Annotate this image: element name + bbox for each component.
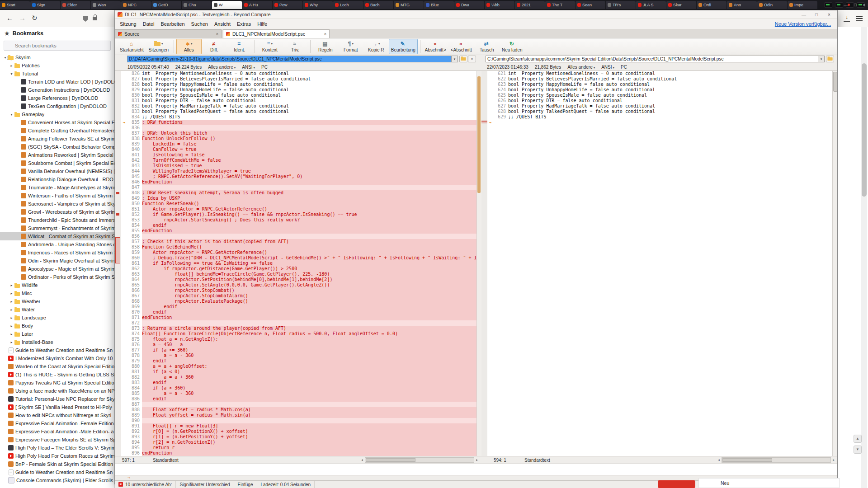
code-line[interactable]: 850 Function ResetSneak() xyxy=(121,201,476,206)
toolbar-button[interactable]: ▾ Sitzungen xyxy=(146,39,171,54)
tab-close-icon[interactable]: × xyxy=(216,32,218,36)
bookmarks-search-input[interactable] xyxy=(4,41,111,51)
bookmark-item[interactable]: ▸ Water xyxy=(0,305,114,314)
menu-icon[interactable] xyxy=(856,16,863,17)
code-line[interactable]: 885 a = a - 360 xyxy=(121,391,476,396)
code-text[interactable]: bool Property HappyHomeLife = false auto… xyxy=(508,82,832,87)
toolbar-button[interactable] xyxy=(310,40,311,53)
code-line[interactable]: 849 ; Idea by USKP xyxy=(121,196,476,201)
code-line[interactable]: 869 endif xyxy=(121,304,476,310)
code-line[interactable]: 626 bool Property DTR = false auto condi… xyxy=(487,98,832,103)
code-line[interactable]: 836 xyxy=(121,125,476,131)
code-text[interactable]: bool Property UnhappyHomeLife = false au… xyxy=(508,87,832,93)
code-text[interactable]: endif xyxy=(142,223,476,228)
browser-minimize-button[interactable]: — xyxy=(844,0,848,10)
code-text[interactable]: EndFunction xyxy=(142,179,476,185)
code-line[interactable]: 837 ; DRW: Unlock this bitch xyxy=(121,131,476,136)
code-line[interactable]: 884 if (a > 360) xyxy=(121,385,476,391)
code-text[interactable]: rnpcActor.StartSneaking() ; Does this re… xyxy=(142,217,476,223)
code-line[interactable]: 628 bool Property TalkedPostQuest = fals… xyxy=(487,109,832,114)
code-line[interactable]: 840 CanFollow = true xyxy=(121,147,476,152)
toolbar-button[interactable]: ∗ ▾ Alles xyxy=(176,39,202,54)
code-text[interactable]: ;; /QUEST BITS xyxy=(508,114,832,120)
code-text[interactable]: a = a - 360 xyxy=(142,353,476,358)
code-line[interactable]: 882 a = a + 360 xyxy=(121,375,476,380)
code-line[interactable]: 876 a = 450 - a xyxy=(121,342,476,347)
code-line[interactable]: 847 xyxy=(121,185,476,190)
scroll-right-icon[interactable]: ▸ xyxy=(474,458,480,462)
right-vertical-scrollbar[interactable] xyxy=(832,71,837,456)
code-line[interactable]: 842 TurnOffComeWithMe = false xyxy=(121,158,476,163)
toolbar-button[interactable]: ⌂ Startansicht xyxy=(118,39,146,54)
scrollbar-thumb[interactable] xyxy=(833,72,837,92)
toolbar-button[interactable]: ↻ Neu laden xyxy=(500,39,525,54)
browser-tab[interactable]: A Hu xyxy=(242,1,272,9)
left-encoding-select[interactable]: ANSI xyxy=(242,65,255,70)
browser-tab[interactable]: Impe xyxy=(788,1,817,9)
bookmark-item[interactable]: Convenient Horses at Skyrim Special Edit xyxy=(0,118,114,127)
code-text[interactable]: Actor rnpcActor = RNPC.GetActorReference… xyxy=(142,250,476,255)
code-text[interactable]: a = a + 360 xyxy=(142,375,476,380)
right-path-dropdown-icon[interactable]: ▾ xyxy=(818,56,825,62)
browser-tab[interactable]: NPC xyxy=(121,1,151,9)
bookmark-item[interactable]: Expressive Facial Animation -Male Editio… xyxy=(0,427,114,436)
code-line[interactable]: 830 bool Property SpouseIsMale = false a… xyxy=(121,93,476,98)
browser-tab[interactable]: Dwa xyxy=(454,1,484,9)
bookmark-item[interactable]: ▾ Skyrim xyxy=(0,53,114,61)
code-text[interactable]: float a = n.GetAngleZ(); xyxy=(142,337,476,342)
code-line[interactable]: 896 endFunction xyxy=(121,450,476,456)
code-text[interactable]: rnpcActor.SetPosition(behindMe[0],behind… xyxy=(142,277,476,282)
scroll-right-icon[interactable]: ▸ xyxy=(831,458,836,462)
code-text[interactable]: Function GetBehindMe() xyxy=(142,244,476,250)
code-line[interactable]: 826 int Property MentionedLoneliness = 0… xyxy=(121,71,476,76)
bookmark-item[interactable]: Wintersun - Faiths of Skyrim at Skyrim S… xyxy=(0,192,114,200)
code-line[interactable]: 873 ; Returns a circle around the player… xyxy=(121,326,476,331)
code-line[interactable]: 846 EndFunction xyxy=(121,179,476,185)
browser-tab[interactable]: TR's xyxy=(606,1,636,9)
bookmark-item[interactable]: ▾ Tutorial xyxy=(0,70,114,78)
tab-close-icon[interactable]: × xyxy=(324,32,326,36)
code-text[interactable]: if (a >= 360) xyxy=(142,347,476,353)
code-text[interactable]: ; Debug.Trace("DRW - DLC1_NPCMentalModel… xyxy=(142,255,476,261)
code-line[interactable]: 862 if rnpcActor.getDistance(Game.GetPla… xyxy=(121,266,476,272)
bookmark-item[interactable]: (1) This is HUGE - Skyrim is Getting DLS… xyxy=(0,371,114,379)
bookmark-item[interactable]: Tutorial: Personal-Use NPC Replacer for … xyxy=(0,395,114,403)
browser-tab[interactable]: Loch xyxy=(333,1,363,9)
bookmark-item[interactable]: Relationship Dialogue Overhaul - RDO SE xyxy=(0,175,114,183)
toolbar-button[interactable] xyxy=(174,40,174,53)
toolbar-button[interactable]: ≡ ▾ Kontext xyxy=(257,39,283,54)
session-tab[interactable]: Source × xyxy=(115,29,222,38)
bookmark-item[interactable]: Guide to Weather Creation and Realtime S… xyxy=(0,346,114,354)
code-text[interactable]: a = 450 - a xyxy=(142,342,476,347)
code-line[interactable]: 629 ;; /QUEST BITS xyxy=(487,114,832,120)
bookmark-item[interactable]: ▾ Gameplay xyxy=(0,110,114,118)
code-line[interactable]: 853 rnpcActor.StartSneaking() ; Does thi… xyxy=(121,217,476,223)
expand-arrow-icon[interactable]: ▸ xyxy=(9,300,14,304)
expand-arrow-icon[interactable]: ▸ xyxy=(9,332,14,336)
toolbar-button[interactable]: ≠ Diff. xyxy=(202,39,227,54)
bc-maximize-button[interactable]: □ xyxy=(810,11,823,19)
update-available-link[interactable]: Neue Version verfügbar... xyxy=(775,19,831,29)
toolbar-button[interactable]: → ▾ Kopie R xyxy=(363,39,389,54)
bookmark-item[interactable]: ▸ Body xyxy=(0,322,114,330)
browser-tab[interactable]: Start xyxy=(0,1,30,9)
browser-tab[interactable]: 'Abb xyxy=(485,1,514,9)
code-text[interactable]: a = a + angleOffset; xyxy=(142,364,476,369)
code-line[interactable]: 880 a = a + angleOffset; xyxy=(121,364,476,369)
code-line[interactable]: 832 bool Property HadMarriageTalk = fals… xyxy=(121,103,476,109)
toolbar-button[interactable]: ▤ Regeln xyxy=(313,39,338,54)
code-line[interactable]: 886 endif xyxy=(121,396,476,402)
code-text[interactable] xyxy=(508,120,832,125)
code-line[interactable]: 843 IsDismissed = true xyxy=(121,163,476,169)
bookmark-item[interactable]: Terrain LOD and Water LOD | DynDOLOD xyxy=(0,78,114,86)
code-line[interactable]: 841 IsFollowing = false xyxy=(121,152,476,158)
browser-tab[interactable]: Skar xyxy=(666,1,696,9)
downloads-icon[interactable]: ↓ xyxy=(844,14,850,22)
menu-item[interactable]: Hilfe xyxy=(254,19,270,29)
toolbar-button[interactable]: ¶ ▾ Format xyxy=(338,39,363,54)
left-browse-folder-button[interactable] xyxy=(459,56,467,62)
code-text[interactable]: Actor rnpcActor = RNPC.GetActorReference… xyxy=(142,206,476,212)
code-line[interactable]: 875 float a = n.GetAngleZ(); xyxy=(121,337,476,342)
code-line[interactable]: 863 float[] behindMe=TraceCircle(Game.Ge… xyxy=(121,272,476,277)
browser-scrollbar[interactable] xyxy=(861,27,867,488)
